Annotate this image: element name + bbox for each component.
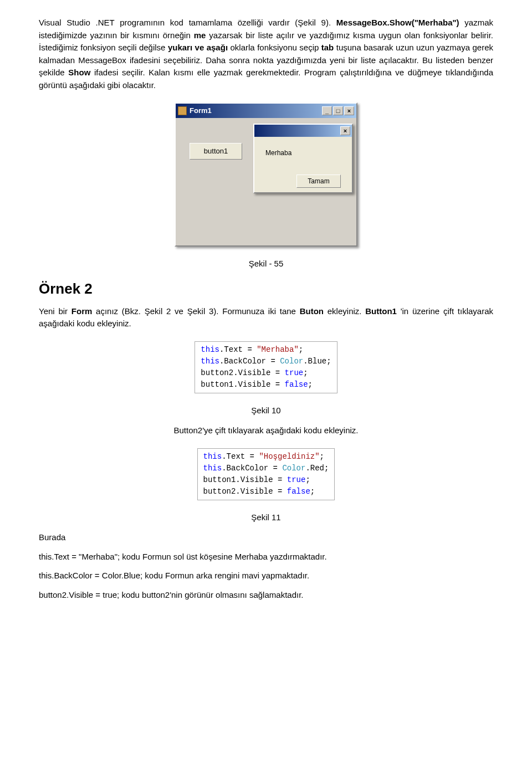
p1-b1: MessageBox.Show("Merhaba") [336,18,459,27]
code2-line2: this.BackColor = Color.Red; [203,463,329,474]
minimize-button[interactable]: _ [322,106,332,115]
dialog-text: Merhaba [265,148,341,158]
caption-55: Şekil - 55 [39,258,493,270]
p2-t1: Yeni bir [39,306,71,316]
paragraph-2: Yeni bir Form açınız (Bkz. Şekil 2 ve Şe… [39,305,493,330]
p2-t2: açınız (Bkz. Şekil 2 ve Şekil 3). Formun… [96,306,300,316]
p7b: kodu button2'nin görünür olmasını sağlam… [119,590,303,599]
close-button[interactable]: × [344,106,354,115]
heading-ornek2: Örnek 2 [39,278,493,300]
p2-t3: ekleyiniz. [328,306,365,316]
window-buttons: _ □ × [322,106,354,115]
code2-line3: button1.Visible = true; [203,474,329,486]
paragraph-3: Button2'ye çift tıklayarak aşağıdaki kod… [39,424,493,437]
code1-line2: this.BackColor = Color.Blue; [201,356,331,367]
caption-11: Şekil 11 [39,511,493,524]
p2-b3: Button1 [365,306,397,316]
p6b: kodu Formun arka rengini mavi yapmaktadı… [142,571,309,580]
code-block-1: this.Text = "Merhaba"; this.BackColor = … [195,341,337,393]
form1-icon [178,106,187,115]
p5a: this.Text = "Merhaba"; [39,552,120,561]
code-block-2: this.Text = "Hoşgeldiniz"; this.BackColo… [197,448,335,500]
figure-form1: Form1 _ □ × button1 × Merhaba Tamam [39,102,493,247]
code2-line4: button2.Visible = false; [203,486,329,498]
paragraph-5: this.Text = "Merhaba"; kodu Formun sol ü… [39,551,493,563]
figure-code2: this.Text = "Hoşgeldiniz"; this.BackColo… [39,448,493,500]
p1-t1: Visual Studio .NET programının kod tamam… [39,18,336,27]
paragraph-7: button2.Visible = true; kodu button2'nin… [39,589,493,602]
code2-line1: this.Text = "Hoşgeldiniz"; [203,451,329,463]
p6a: this.BackColor = Color.Blue; [39,571,142,580]
p1-b5: Show [68,68,90,77]
paragraph-1: Visual Studio .NET programının kod tamam… [39,17,493,91]
p1-b3: yukarı ve aşağı [168,43,228,52]
form1-title: Form1 [190,105,322,116]
dialog-titlebar: × [254,125,352,137]
maximize-button[interactable]: □ [333,106,343,115]
form1-titlebar: Form1 _ □ × [176,104,356,118]
figure-code1: this.Text = "Merhaba"; this.BackColor = … [39,341,493,393]
p1-b4: tab [321,43,334,52]
p2-b1: Form [71,306,93,316]
dialog-window: × Merhaba Tamam [253,124,353,193]
paragraph-4: Burada [39,531,493,544]
dialog-ok-button[interactable]: Tamam [296,175,341,188]
dialog-body: Merhaba Tamam [254,137,352,192]
p1-t6: ifadesi seçilir. Kalan kısmı elle yazmak… [39,68,493,90]
form1-body: button1 × Merhaba Tamam [176,118,356,245]
p5b: kodu Formun sol üst köşesine Merhaba yaz… [120,552,327,561]
code1-line4: button1.Visible = false; [201,379,331,391]
paragraph-6: this.BackColor = Color.Blue; kodu Formun… [39,570,493,582]
button1[interactable]: button1 [190,143,242,160]
p2-b2: Buton [300,306,324,316]
code1-line1: this.Text = "Merhaba"; [201,344,331,356]
form1-window: Form1 _ □ × button1 × Merhaba Tamam [175,102,357,247]
p1-t4: oklarla fonksiyonu seçip [231,43,321,52]
p1-b2: me [194,30,206,40]
p7a: button2.Visible = true; [39,590,119,599]
dialog-close-button[interactable]: × [340,126,350,135]
caption-10: Şekil 10 [39,404,493,417]
code1-line3: button2.Visible = true; [201,367,331,379]
